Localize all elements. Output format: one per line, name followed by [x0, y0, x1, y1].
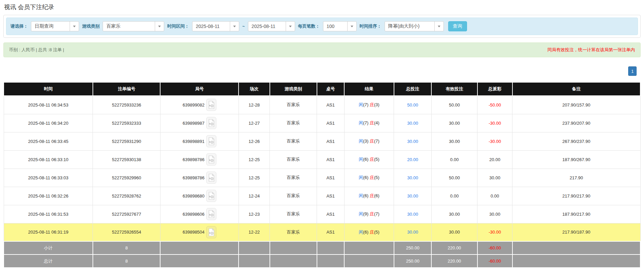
query-type-select[interactable]: 日期查询 [31, 21, 79, 31]
filter-panel: 请选择： 日期查询 游戏类别 百家乐 时间区间： 2025-08-11 ~ 20… [6, 18, 638, 35]
video-replay-button[interactable] [206, 135, 216, 147]
total-bet-link[interactable]: 30.00 [407, 230, 418, 235]
remark-cell: 207.90/157.90 [512, 96, 640, 114]
result-cell: 闲(3) 庄(7) [344, 132, 394, 150]
time-cell: 2025-08-11 06:31:19 [4, 223, 93, 241]
column-header: 总投注 [394, 82, 432, 96]
time-cell: 2025-08-11 06:33:10 [4, 150, 93, 169]
game-type-cell: 百家乐 [270, 205, 317, 223]
bet-id-cell: 522725933236 [93, 96, 160, 114]
date-to-select[interactable]: 2025-08-11 [248, 21, 295, 31]
summary-payout-cell: -60.00 [477, 241, 512, 254]
session-cell: 12-23 [239, 205, 270, 223]
payout-cell: 30.00 [477, 205, 512, 223]
session-cell: 12-28 [239, 96, 270, 114]
table-no-cell: AS1 [317, 169, 344, 187]
total-bet-link[interactable]: 20.00 [407, 157, 418, 162]
search-button[interactable]: 查询 [448, 21, 467, 31]
session-cell: 12-24 [239, 187, 270, 205]
table-header-row: 时间注单编号局号场次游戏类别桌号结果总投注有效投注总派彩备注 [4, 82, 640, 96]
bet-records-table: 时间注单编号局号场次游戏类别桌号结果总投注有效投注总派彩备注 2025-08-1… [3, 82, 641, 268]
video-file-icon [208, 155, 215, 163]
remark-cell: 267.90/237.90 [512, 132, 640, 150]
table-no-cell: AS1 [317, 223, 344, 241]
round-id-cell: 639898786 [160, 150, 239, 169]
total-bet-cell: 30.00 [394, 205, 432, 223]
session-cell: 12-25 [239, 169, 270, 187]
round-id-cell: 639898504 [160, 223, 239, 241]
bet-id-cell: 522725927677 [93, 205, 160, 223]
round-id-cell: 639898680 [160, 187, 239, 205]
session-cell: 12-26 [239, 132, 270, 150]
page-1-button[interactable]: 1 [628, 66, 637, 76]
table-row: 2025-08-11 06:31:53 522725927677 6398986… [4, 205, 640, 223]
video-file-icon [208, 228, 215, 236]
pagination: 1 [3, 66, 641, 76]
remark-cell: 217.90 [512, 169, 640, 187]
page-size-label: 每页笔数： [298, 23, 320, 29]
total-bet-cell: 50.00 [394, 96, 432, 114]
bet-id-cell: 522725928762 [93, 187, 160, 205]
game-type-cell: 百家乐 [270, 96, 317, 114]
video-replay-button[interactable] [206, 99, 216, 111]
chevron-down-icon [70, 22, 79, 31]
table-body: 2025-08-11 06:34:53 522725933236 6398990… [4, 96, 640, 241]
video-replay-button[interactable] [206, 226, 216, 238]
video-replay-button[interactable] [206, 153, 216, 165]
total-bet-cell: 30.00 [394, 114, 432, 132]
time-cell: 2025-08-11 06:32:26 [4, 187, 93, 205]
table-row: 2025-08-11 06:33:10 522725930138 6398987… [4, 150, 640, 169]
page-size-value: 100 [323, 22, 347, 31]
total-bet-link[interactable]: 30.00 [407, 212, 418, 217]
result-cell: 闲(6) 庄(5) [344, 169, 394, 187]
game-type-label: 游戏类别 [82, 23, 100, 29]
round-id-cell: 639898606 [160, 205, 239, 223]
column-header: 局号 [160, 82, 239, 96]
payout-cell: -50.00 [477, 96, 512, 114]
payout-cell: -30.00 [477, 114, 512, 132]
game-type-select[interactable]: 百家乐 [103, 21, 164, 31]
summary-label-cell: 小计 [4, 241, 93, 254]
session-cell: 12-22 [239, 223, 270, 241]
session-cell: 12-25 [239, 150, 270, 169]
video-file-icon [208, 174, 215, 182]
time-range-label: 时间区间： [167, 23, 189, 29]
table-row: 2025-08-11 06:33:03 522725929960 6398987… [4, 169, 640, 187]
time-cell: 2025-08-11 06:34:20 [4, 114, 93, 132]
sort-order-select[interactable]: 降幂(由大到小) [385, 21, 444, 31]
video-file-icon [208, 192, 215, 200]
date-from-value: 2025-08-11 [192, 22, 230, 31]
valid-bet-cell: 30.00 [431, 205, 477, 223]
summary-total-bet-cell: 250.00 [394, 254, 432, 268]
time-cell: 2025-08-11 06:33:03 [4, 169, 93, 187]
video-replay-button[interactable] [206, 172, 216, 184]
total-bet-link[interactable]: 30.00 [407, 121, 418, 126]
summary-row: 小计 8 250.00 220.00 -60.00 [4, 241, 640, 254]
query-type-label: 请选择： [10, 23, 28, 29]
total-bet-link[interactable]: 50.00 [407, 102, 418, 108]
chevron-down-icon [230, 22, 239, 31]
payout-cell: -30.00 [477, 223, 512, 241]
table-no-cell: AS1 [317, 132, 344, 150]
total-bet-link[interactable]: 30.00 [407, 193, 418, 199]
page-size-select[interactable]: 100 [323, 21, 357, 31]
video-replay-button[interactable] [206, 190, 216, 202]
remark-cell: 237.90/207.90 [512, 114, 640, 132]
total-bet-cell: 30.00 [394, 187, 432, 205]
summary-total-bet-cell: 250.00 [394, 241, 432, 254]
total-bet-link[interactable]: 30.00 [407, 175, 418, 180]
remark-cell: 187.90/267.90 [512, 150, 640, 169]
total-bet-link[interactable]: 30.00 [407, 139, 418, 144]
total-bet-cell: 30.00 [394, 223, 432, 241]
sort-order-value: 降幂(由大到小) [385, 22, 434, 31]
date-from-select[interactable]: 2025-08-11 [192, 21, 239, 31]
table-no-cell: AS1 [317, 187, 344, 205]
time-cell: 2025-08-11 06:34:53 [4, 96, 93, 114]
video-replay-button[interactable] [206, 208, 216, 220]
table-row: 2025-08-11 06:34:20 522725932333 6398989… [4, 114, 640, 132]
payout-cell: -30.00 [477, 132, 512, 150]
result-cell: 闲(6) 庄(6) [344, 187, 394, 205]
result-cell: 闲(9) 庄(7) [344, 205, 394, 223]
video-replay-button[interactable] [206, 117, 216, 129]
table-footer: 小计 8 250.00 220.00 -60.00 总计 8 250.00 22… [4, 241, 640, 268]
